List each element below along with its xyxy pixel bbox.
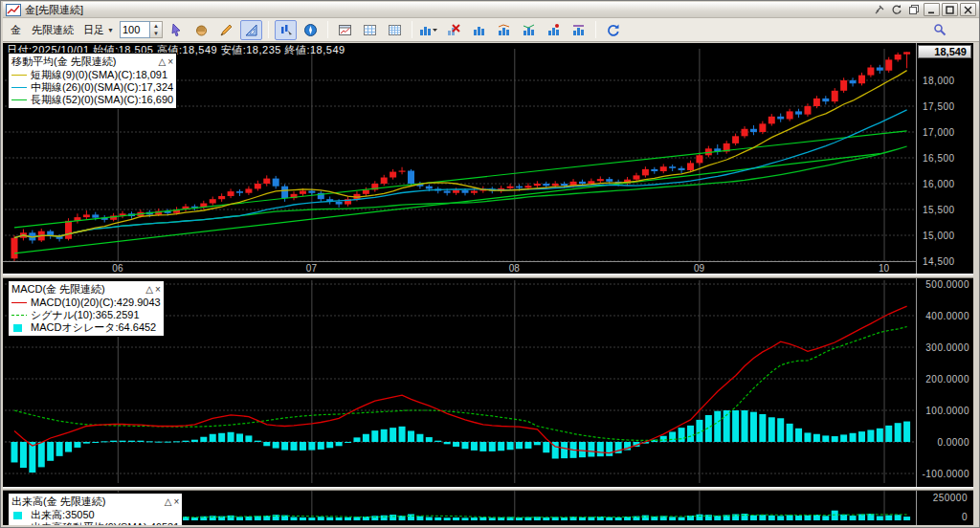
legend-item: 長期線(52)(0)(SMA)(C):16,690 [11,94,173,106]
legend-item: 出来高:35050 [11,509,179,521]
toolbar: 金 先限連続 日足 ▼ ▲▼ [3,18,979,42]
price-axis-label: 14,500 [923,256,955,267]
pan-hand-button[interactable] [190,20,212,40]
new-chart-button[interactable] [334,20,356,40]
chevron-down-icon: ▼ [107,27,114,33]
volume-axis-label: 250000 [933,493,968,503]
ma-legend: 移動平均(金 先限連続) △× 短期線(9)(0)(SMA)(C):18,091… [8,53,177,109]
stepper-up-icon[interactable]: ▲ [150,22,162,30]
legend-close-icon[interactable]: × [155,285,161,295]
time-axis-label: 10 [879,263,889,274]
bar-count-stepper: ▲▼ [120,21,163,38]
time-axis: 0607080910 [3,261,916,274]
legend-item: MACD(10)(20)(C):429.9043 [11,297,161,309]
legend-swatch-icon [11,83,27,92]
price-axis[interactable]: 18,549 18,00017,50017,00016,50016,00015,… [916,43,973,274]
volume-axis[interactable]: 2500000 [916,491,973,525]
toolbar-separator [412,21,412,38]
instrument-label[interactable]: 金 [7,23,25,37]
legend-swatch-icon [11,298,27,307]
app-window: 金[先限連続] 金 先限連続 日足 [0,0,980,528]
crosshair-mode-button[interactable] [275,20,297,40]
legend-collapse-icon[interactable]: △ [145,285,153,295]
price-axis-label: 15,000 [923,231,955,241]
compass-button[interactable] [300,20,322,40]
stepper-down-icon[interactable]: ▼ [150,30,162,37]
indicator-1-button[interactable] [468,20,490,40]
indicator-5-button[interactable] [568,20,590,40]
macd-legend: MACD(金 先限連続) △× MACD(10)(20)(C):429.9043… [8,280,165,337]
maximize-button[interactable] [942,3,958,16]
titlebar[interactable]: 金[先限連続] [3,2,979,18]
legend-item-label: 長期線(52)(0)(SMA)(C):16,690 [31,94,173,106]
indicator-4-button[interactable] [543,20,565,40]
bar-count-input[interactable] [120,21,150,38]
price-axis-label: 17,500 [923,101,955,112]
legend-item: シグナル(10):365.2591 [11,309,161,321]
legend-item: 短期線(9)(0)(SMA)(C):18,091 [11,69,173,81]
macd-panel: MACD(金 先限連続) △× MACD(10)(20)(C):429.9043… [3,278,973,487]
legend-swatch-icon [11,311,27,319]
settings-search-button[interactable] [928,20,950,40]
legend-swatch-icon [11,323,27,332]
legend-item: 出来高移動平均(9)(SMA):46531 [11,521,179,525]
legend-item: 中期線(26)(0)(SMA)(C):17,324 [11,81,173,94]
legend-collapse-icon[interactable]: △ [165,497,172,507]
refresh-window-icon[interactable] [889,3,904,16]
grid-small-button[interactable] [359,20,381,40]
macd-axis-label: 200.0000 [925,374,969,385]
refresh-chart-button[interactable] [602,20,624,40]
legend-close-icon[interactable]: × [173,497,179,507]
draw-pencil-button[interactable] [215,20,237,40]
window-title: 金[先限連続] [25,3,83,17]
copy-window-icon[interactable] [906,3,922,16]
pin-icon[interactable] [872,3,887,16]
indicator-menu-button[interactable] [418,20,440,40]
macd-legend-title: MACD(金 先限連続) [11,282,105,297]
price-axis-label: 15,500 [923,205,955,215]
legend-swatch-icon [11,511,27,519]
legend-item-label: 出来高:35050 [31,509,95,521]
indicator-3-button[interactable] [518,20,540,40]
legend-collapse-icon[interactable]: △ [159,57,167,67]
drawing-tools-button[interactable] [240,20,262,40]
indicator-2-button[interactable] [493,20,515,40]
time-axis-label: 09 [694,263,704,274]
grid-large-button[interactable] [384,20,406,40]
minimize-button[interactable] [924,3,940,16]
macd-axis-label: 100.0000 [925,406,969,416]
chart-area: 日付:2025/10/01 始値:18,505 高値:18,549 安値:18,… [3,43,973,525]
legend-item: MACDオシレータ:64.6452 [11,321,161,334]
close-button[interactable] [960,3,976,16]
ma-legend-title: 移動平均(金 先限連続) [11,55,116,69]
legend-item-label: MACDオシレータ:64.6452 [31,321,156,334]
toolbar-separator [327,21,328,38]
macd-axis-label: 500.0000 [925,279,969,290]
timeframe-dropdown[interactable]: 日足 ▼ [80,22,117,38]
time-axis-label: 07 [306,263,317,274]
contract-label[interactable]: 先限連続 [28,23,78,37]
macd-axis-label: 300.0000 [925,342,969,353]
legend-item-label: 短期線(9)(0)(SMA)(C):18,091 [31,69,167,81]
legend-item-label: シグナル(10):365.2591 [31,309,140,321]
timeframe-label: 日足 [83,23,104,37]
macd-axis[interactable]: 500.0000400.0000300.0000200.0000100.0000… [916,278,973,487]
legend-swatch-icon [11,71,27,79]
volume-axis-label: 0 [962,512,968,522]
macd-axis-label: -100.0000 [922,469,969,479]
legend-close-icon[interactable]: × [167,57,173,67]
toolbar-separator [268,21,269,38]
remove-indicator-button[interactable] [443,20,465,40]
legend-item-label: 中期線(26)(0)(SMA)(C):17,324 [31,81,173,94]
legend-item-label: 出来高移動平均(9)(SMA):46531 [31,521,179,525]
app-icon [6,4,21,16]
volume-legend-title: 出来高(金 先限連続) [11,495,105,509]
macd-axis-label: 400.0000 [925,311,969,321]
price-axis-label: 18,000 [923,76,955,86]
price-axis-label: 16,500 [923,153,955,164]
price-axis-label: 17,000 [923,127,955,138]
pointer-tool-button[interactable] [166,20,188,40]
volume-panel: 出来高(金 先限連続) △× 出来高:35050出来高移動平均(9)(SMA):… [3,491,973,525]
current-price-badge: 18,549 [918,45,971,58]
macd-axis-label: 0.0000 [937,437,969,448]
